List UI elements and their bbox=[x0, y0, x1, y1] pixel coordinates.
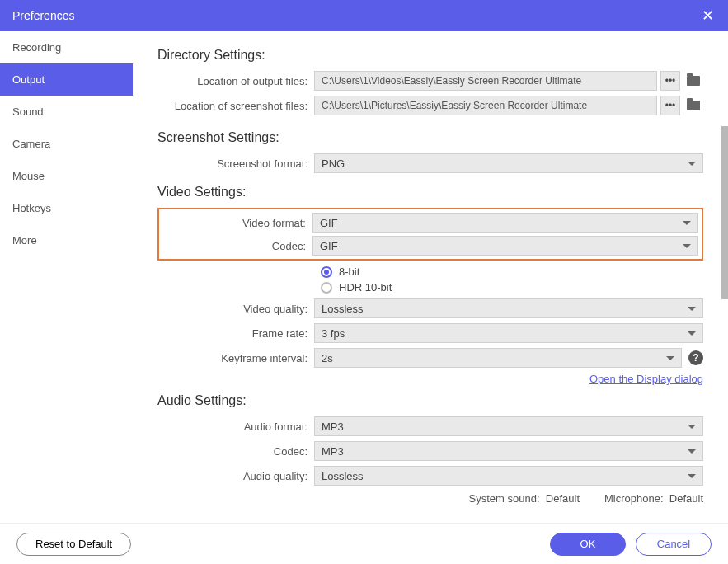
label-keyframe-interval: Keyframe interval: bbox=[157, 352, 314, 364]
audio-status-row: System sound: Default Microphone: Defaul… bbox=[157, 492, 703, 505]
row-frame-rate: Frame rate: 3 fps bbox=[157, 323, 703, 343]
radio-hdr10[interactable] bbox=[321, 282, 332, 294]
dropdown-screenshot-format[interactable]: PNG bbox=[314, 153, 703, 173]
radio-hdr10-row[interactable]: HDR 10-bit bbox=[321, 281, 703, 294]
sidebar-item-sound[interactable]: Sound bbox=[0, 96, 133, 128]
dropdown-value: Lossless bbox=[322, 303, 364, 315]
help-icon[interactable]: ? bbox=[688, 350, 703, 365]
label-audio-codec: Codec: bbox=[157, 445, 314, 458]
radio-hdr10-label: HDR 10-bit bbox=[339, 281, 392, 294]
dropdown-frame-rate[interactable]: 3 fps bbox=[314, 323, 703, 343]
section-audio-title: Audio Settings: bbox=[157, 393, 703, 408]
row-screenshot-location: Location of screenshot files: C:\Users\1… bbox=[157, 96, 703, 115]
textbox-output-path[interactable]: C:\Users\1\Videos\Eassiy\Eassiy Screen R… bbox=[314, 71, 657, 91]
browse-button[interactable]: ••• bbox=[660, 71, 680, 91]
row-video-format: Video format: GIF bbox=[162, 213, 698, 233]
display-dialog-link-row: Open the Display dialog bbox=[157, 373, 703, 385]
dropdown-value: PNG bbox=[322, 157, 345, 170]
row-audio-codec: Codec: MP3 bbox=[157, 441, 703, 461]
row-output-location: Location of output files: C:\Users\1\Vid… bbox=[157, 71, 703, 91]
label-output-location: Location of output files: bbox=[157, 75, 314, 87]
sidebar-item-hotkeys[interactable]: Hotkeys bbox=[0, 192, 133, 224]
browse-button[interactable]: ••• bbox=[660, 96, 680, 115]
ok-button[interactable]: OK bbox=[550, 533, 626, 556]
dropdown-video-format[interactable]: GIF bbox=[312, 213, 698, 233]
label-audio-format: Audio format: bbox=[157, 421, 314, 433]
label-video-format: Video format: bbox=[162, 217, 312, 229]
dropdown-audio-codec[interactable]: MP3 bbox=[314, 441, 703, 461]
section-screenshot-title: Screenshot Settings: bbox=[157, 130, 703, 145]
row-video-quality: Video quality: Lossless bbox=[157, 298, 703, 318]
close-icon[interactable]: ✕ bbox=[699, 7, 716, 25]
chevron-down-icon bbox=[666, 356, 674, 360]
system-sound-status: System sound: Default bbox=[469, 492, 580, 505]
window-title: Preferences bbox=[12, 9, 74, 22]
row-video-codec: Codec: GIF bbox=[162, 236, 698, 256]
radio-8bit[interactable] bbox=[321, 266, 332, 278]
dropdown-value: GIF bbox=[320, 217, 338, 229]
radio-8bit-label: 8-bit bbox=[339, 266, 359, 278]
row-keyframe-interval: Keyframe interval: 2s ? bbox=[157, 348, 703, 368]
sidebar: Recording Output Sound Camera Mouse Hotk… bbox=[0, 31, 133, 523]
section-directory-title: Directory Settings: bbox=[157, 48, 703, 63]
chevron-down-icon bbox=[688, 425, 696, 429]
row-audio-quality: Audio quality: Lossless bbox=[157, 466, 703, 486]
dropdown-value: MP3 bbox=[322, 445, 344, 458]
chevron-down-icon bbox=[688, 307, 696, 311]
preferences-window: Preferences ✕ Recording Output Sound Cam… bbox=[0, 0, 728, 564]
label-video-quality: Video quality: bbox=[157, 303, 314, 315]
body-area: Recording Output Sound Camera Mouse Hotk… bbox=[0, 31, 728, 523]
chevron-down-icon bbox=[688, 474, 696, 478]
open-display-dialog-link[interactable]: Open the Display dialog bbox=[589, 373, 703, 385]
section-video-title: Video Settings: bbox=[157, 185, 703, 200]
sidebar-item-mouse[interactable]: Mouse bbox=[0, 160, 133, 192]
microphone-status: Microphone: Default bbox=[604, 492, 703, 505]
chevron-down-icon bbox=[683, 221, 691, 225]
radio-8bit-row[interactable]: 8-bit bbox=[321, 266, 703, 278]
open-folder-icon[interactable] bbox=[683, 71, 703, 91]
sidebar-item-more[interactable]: More bbox=[0, 224, 133, 256]
label-video-codec: Codec: bbox=[162, 240, 312, 252]
cancel-button[interactable]: Cancel bbox=[636, 533, 712, 556]
label-frame-rate: Frame rate: bbox=[157, 327, 314, 340]
footer: Reset to Default OK Cancel bbox=[0, 523, 728, 564]
sidebar-item-output[interactable]: Output bbox=[0, 63, 133, 96]
chevron-down-icon bbox=[688, 162, 696, 166]
dropdown-value: MP3 bbox=[322, 421, 344, 433]
video-format-highlight: Video format: GIF Codec: GIF bbox=[157, 208, 703, 261]
chevron-down-icon bbox=[688, 331, 696, 336]
textbox-screenshot-path[interactable]: C:\Users\1\Pictures\Eassiy\Eassiy Screen… bbox=[314, 96, 657, 115]
row-screenshot-format: Screenshot format: PNG bbox=[157, 153, 703, 173]
chevron-down-icon bbox=[688, 449, 696, 454]
content-panel: Directory Settings: Location of output f… bbox=[133, 31, 728, 523]
open-folder-icon[interactable] bbox=[683, 96, 703, 115]
sidebar-item-camera[interactable]: Camera bbox=[0, 128, 133, 160]
dropdown-value: Lossless bbox=[322, 470, 364, 482]
dropdown-value: GIF bbox=[320, 240, 338, 252]
label-screenshot-format: Screenshot format: bbox=[157, 157, 314, 170]
label-screenshot-location: Location of screenshot files: bbox=[157, 100, 314, 112]
sidebar-item-recording[interactable]: Recording bbox=[0, 31, 133, 63]
dropdown-value: 2s bbox=[322, 352, 333, 364]
row-audio-format: Audio format: MP3 bbox=[157, 416, 703, 436]
dropdown-audio-quality[interactable]: Lossless bbox=[314, 466, 703, 486]
chevron-down-icon bbox=[683, 244, 691, 248]
dropdown-keyframe-interval[interactable]: 2s bbox=[314, 348, 682, 368]
dropdown-value: 3 fps bbox=[322, 327, 345, 340]
titlebar: Preferences ✕ bbox=[0, 0, 728, 31]
dropdown-video-quality[interactable]: Lossless bbox=[314, 298, 703, 318]
dropdown-audio-format[interactable]: MP3 bbox=[314, 416, 703, 436]
label-audio-quality: Audio quality: bbox=[157, 470, 314, 482]
dropdown-video-codec[interactable]: GIF bbox=[312, 236, 698, 256]
reset-to-default-button[interactable]: Reset to Default bbox=[16, 533, 131, 556]
scrollbar-thumb[interactable] bbox=[721, 126, 728, 299]
